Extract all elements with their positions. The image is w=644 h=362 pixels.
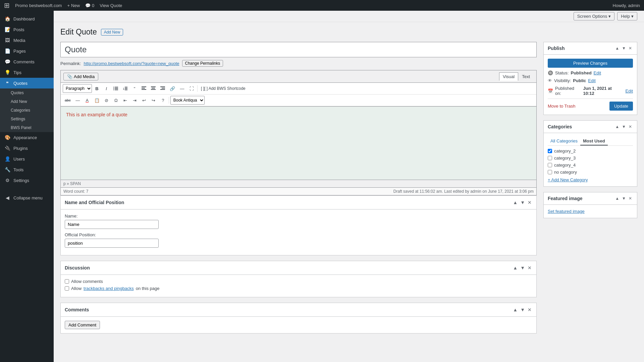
sidebar-item-comments[interactable]: 💬 Comments [0, 56, 54, 67]
move-to-trash-link[interactable]: Move to Trash [548, 104, 575, 109]
sidebar-item-quotes-add[interactable]: Add New [0, 97, 54, 106]
metabox-collapse-up[interactable]: ▲ [512, 199, 518, 206]
published-edit-link[interactable]: Edit [626, 88, 633, 94]
view-quote-link[interactable]: View Quote [100, 3, 122, 8]
featured-image-collapse-up[interactable]: ▲ [614, 196, 620, 201]
categories-close[interactable]: ✕ [628, 124, 633, 129]
position-field-input[interactable] [65, 239, 159, 248]
featured-image-collapse-down[interactable]: ▼ [621, 196, 627, 201]
bold-button[interactable]: B [93, 84, 101, 93]
most-used-tab[interactable]: Most Used [580, 137, 608, 145]
sidebar-item-tools[interactable]: 🔧 Tools [0, 164, 54, 175]
align-center-button[interactable] [149, 84, 158, 93]
quote-content-text: This is an example of a quote [66, 112, 531, 117]
link-button[interactable]: 🔗 [168, 84, 177, 93]
category-4-checkbox[interactable] [548, 163, 552, 167]
increase-indent-button[interactable]: ⇥ [130, 96, 139, 105]
paste-button[interactable]: 📋 [92, 96, 102, 105]
font-color-button[interactable]: A [83, 96, 92, 105]
ordered-list-button[interactable]: 1. [121, 84, 129, 93]
sidebar-item-pages[interactable]: 📄 Pages [0, 46, 54, 56]
align-right-button[interactable] [158, 84, 167, 93]
clear-format-button[interactable]: ⊘ [102, 96, 111, 105]
comments-close[interactable]: ✕ [527, 306, 532, 313]
comments-collapse-down[interactable]: ▼ [520, 306, 526, 313]
add-comment-button[interactable]: Add Comment [65, 321, 100, 329]
status-edit-link[interactable]: Edit [594, 70, 601, 75]
sidebar-item-posts[interactable]: 📝 Posts [0, 24, 54, 35]
sidebar-item-tips[interactable]: 💡 Tips [0, 67, 54, 78]
sidebar-item-appearance[interactable]: 🎨 Appearance [0, 132, 54, 143]
post-title-input[interactable] [60, 42, 537, 57]
allow-trackbacks-checkbox[interactable] [65, 286, 69, 291]
comments-collapse-up[interactable]: ▲ [512, 306, 518, 313]
name-field-input[interactable] [65, 220, 159, 229]
sidebar-item-quotes-settings[interactable]: Settings [0, 115, 54, 123]
more-button[interactable]: — [178, 84, 186, 93]
sidebar-item-quotes-bws[interactable]: BWS Panel [0, 123, 54, 132]
special-chars-button[interactable]: Ω [112, 96, 120, 105]
publish-collapse-up[interactable]: ▲ [614, 46, 620, 51]
fullscreen-button[interactable]: ⛶ [187, 84, 196, 93]
permalink-url[interactable]: http://promo.bestwebsoft.com/?quote=new_… [84, 61, 179, 66]
update-button[interactable]: Update [609, 102, 633, 111]
screen-options-button[interactable]: Screen Options ▾ [574, 12, 615, 20]
svg-rect-11 [142, 88, 145, 88]
font-family-select[interactable]: Book Antiqua [170, 96, 205, 105]
sidebar-item-users[interactable]: 👤 Users [0, 154, 54, 164]
calendar-icon: 📅 [548, 88, 553, 94]
discussion-close[interactable]: ✕ [527, 264, 532, 271]
sidebar-item-quotes[interactable]: ❝ Quotes [0, 78, 54, 88]
visibility-edit-link[interactable]: Edit [588, 78, 595, 83]
comments-link[interactable]: 💬 0 [85, 3, 94, 8]
set-featured-image-link[interactable]: Set featured image [548, 209, 585, 214]
sidebar-item-plugins[interactable]: 🔌 Plugins [0, 143, 54, 154]
add-media-button[interactable]: 📎 Add Media [63, 73, 98, 80]
sidebar-item-media[interactable]: 🖼 Media [0, 35, 54, 46]
preview-changes-button[interactable]: Preview Changes [548, 59, 633, 68]
all-categories-tab[interactable]: All Categories [548, 137, 580, 145]
sidebar-item-quotes-categories[interactable]: Categories [0, 106, 54, 115]
redo-button[interactable]: ↪ [149, 96, 158, 105]
visual-tab[interactable]: Visual [499, 72, 518, 81]
collapse-menu-button[interactable]: ◀ Collapse menu [0, 192, 54, 203]
change-permalinks-button[interactable]: Change Permalinks [182, 60, 223, 67]
pages-icon: 📄 [4, 48, 11, 54]
strikethrough-button[interactable]: abc [63, 96, 73, 105]
hr-button[interactable]: — [73, 96, 82, 105]
add-new-category-link[interactable]: + Add New Category [548, 177, 633, 182]
categories-collapse-down[interactable]: ▼ [621, 124, 627, 129]
publish-close[interactable]: ✕ [628, 46, 633, 51]
metabox-close[interactable]: ✕ [527, 199, 532, 206]
category-3-checkbox[interactable] [548, 156, 552, 160]
trackbacks-link[interactable]: trackbacks and pingbacks [84, 286, 134, 291]
site-name[interactable]: Promo bestwebsoft.com [15, 3, 62, 8]
text-tab[interactable]: Text [518, 72, 534, 80]
metabox-collapse-down[interactable]: ▼ [520, 199, 526, 206]
publish-collapse-down[interactable]: ▼ [621, 46, 627, 51]
italic-button[interactable]: I [102, 84, 111, 93]
sidebar-item-settings[interactable]: ⚙ Settings [0, 175, 54, 186]
help-toolbar-button[interactable]: ? [159, 96, 167, 105]
editor-content-area[interactable]: This is an example of a quote [60, 106, 537, 180]
allow-comments-checkbox[interactable] [65, 279, 69, 284]
sidebar-item-dashboard[interactable]: 🏠 Dashboard [0, 13, 54, 24]
undo-button[interactable]: ↩ [140, 96, 149, 105]
blockquote-button[interactable]: " [130, 84, 139, 93]
sidebar-item-quotes-list[interactable]: Quotes [0, 88, 54, 97]
align-left-button[interactable] [140, 84, 148, 93]
no-category-checkbox[interactable] [548, 170, 552, 174]
decrease-indent-button[interactable]: ⇤ [121, 96, 130, 105]
discussion-collapse-up[interactable]: ▲ [512, 264, 518, 271]
new-content-link[interactable]: + New [67, 3, 80, 8]
unordered-list-button[interactable] [111, 84, 120, 93]
category-2-checkbox[interactable] [548, 149, 552, 153]
bws-shortcode-button[interactable]: [ ] [ ] Add BWS Shortcode [199, 84, 248, 93]
help-button[interactable]: Help ▾ [617, 12, 637, 20]
add-new-button[interactable]: Add New [101, 29, 123, 36]
categories-collapse-up[interactable]: ▲ [614, 124, 620, 129]
discussion-collapse-down[interactable]: ▼ [520, 264, 526, 271]
paragraph-format-select[interactable]: Paragraph [63, 84, 92, 93]
featured-image-close[interactable]: ✕ [628, 196, 633, 201]
wp-logo-icon[interactable]: ⊞ [4, 1, 10, 9]
